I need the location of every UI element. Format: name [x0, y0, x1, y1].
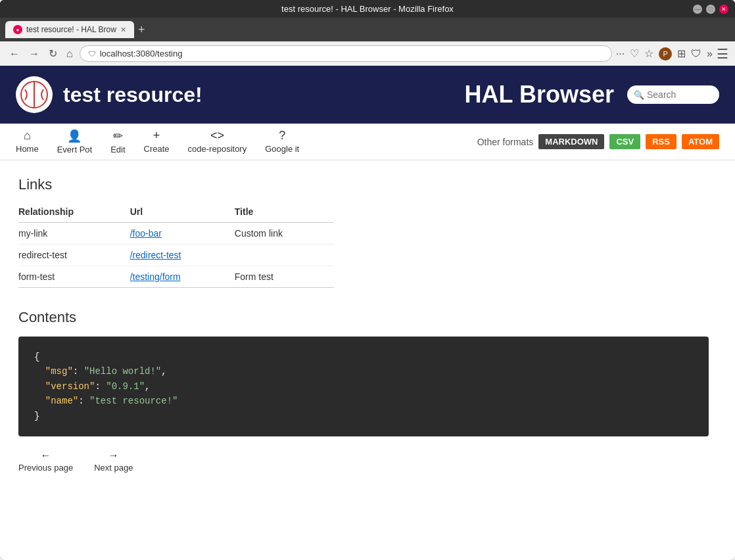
rss-button[interactable]: RSS: [646, 134, 676, 149]
json-key-msg: "msg": [45, 366, 73, 377]
browser-window: test resource! - HAL Browser - Mozilla F…: [0, 0, 735, 560]
options-dots-icon[interactable]: ···: [616, 48, 625, 60]
toolbar-edit[interactable]: ✏ Edit: [110, 129, 125, 154]
address-bar: ← → ↻ ⌂ 🛡 localhost:3080/testing ··· ♡ ☆…: [0, 41, 735, 66]
toolbar-create[interactable]: + Create: [144, 129, 170, 154]
title-cell: Custom link: [235, 223, 334, 245]
json-val-name: "test resource!": [89, 396, 178, 406]
menu-button[interactable]: ☰: [717, 46, 728, 62]
tab-close-button[interactable]: ✕: [120, 26, 126, 34]
toolbar-create-label: Create: [144, 144, 170, 154]
help-icon: ?: [279, 129, 285, 143]
star-icon[interactable]: ☆: [644, 47, 653, 60]
url-cell: /redirect-test: [130, 245, 235, 266]
relationship-cell: form-test: [18, 266, 130, 288]
csv-button[interactable]: CSV: [609, 134, 640, 149]
pagination: ← Previous page → Next page: [18, 450, 717, 473]
security-icon[interactable]: 🛡: [691, 48, 701, 60]
links-table: Relationship Url Title my-link /foo-bar …: [18, 204, 334, 288]
hal-logo: test resource!: [16, 76, 202, 113]
tab-favicon: ●: [13, 25, 22, 34]
close-button[interactable]: ✕: [719, 5, 728, 14]
table-header-row: Relationship Url Title: [18, 204, 334, 223]
browser-tab[interactable]: ● test resource! - HAL Brow ✕: [5, 21, 134, 38]
page-content: test resource! HAL Browser 🔍 ⌂ Home 👤 Ev: [0, 66, 735, 560]
shield-icon: 🛡: [88, 49, 96, 58]
user-icon: 👤: [67, 129, 82, 143]
toolbar-evert-pot[interactable]: 👤 Evert Pot: [57, 129, 92, 154]
toolbar-home-label: Home: [16, 144, 39, 154]
previous-page-nav[interactable]: ← Previous page: [18, 450, 73, 473]
url-link[interactable]: /foo-bar: [130, 228, 162, 239]
url-cell: /testing/form: [130, 266, 235, 288]
json-key-name: "name": [45, 396, 78, 406]
json-brace-close: }: [34, 411, 39, 421]
home-icon: ⌂: [24, 129, 31, 143]
maximize-button[interactable]: □: [706, 5, 715, 14]
toolbar-code-repository[interactable]: <> code-repository: [188, 129, 247, 154]
main-content: Links Relationship Url Title my-link /fo…: [0, 160, 735, 560]
new-tab-button[interactable]: +: [138, 23, 145, 37]
col-relationship: Relationship: [18, 204, 130, 223]
json-comma-1: ,: [161, 366, 166, 377]
url-cell: /foo-bar: [130, 223, 235, 245]
links-section: Links Relationship Url Title my-link /fo…: [18, 176, 717, 288]
toolbar-edit-label: Edit: [110, 145, 125, 154]
next-arrow: →: [108, 450, 119, 461]
json-colon-3: :: [78, 396, 89, 406]
reload-button[interactable]: ↻: [46, 46, 60, 61]
toolbar-actions: ⌂ Home 👤 Evert Pot ✏ Edit + Create <>: [16, 129, 477, 154]
json-key-version: "version": [45, 381, 95, 392]
bookmark-icon[interactable]: ♡: [630, 47, 639, 60]
relationship-cell: my-link: [18, 223, 130, 245]
window-controls: — □ ✕: [693, 5, 728, 14]
url-link[interactable]: /redirect-test: [130, 250, 181, 260]
forward-button[interactable]: →: [26, 47, 42, 61]
edit-icon: ✏: [113, 129, 123, 143]
baseball-svg: [20, 80, 49, 109]
tab-label: test resource! - HAL Brow: [26, 25, 116, 34]
links-title: Links: [18, 176, 717, 193]
url-text: localhost:3080/testing: [100, 49, 604, 58]
other-formats-label: Other formats: [477, 137, 534, 147]
address-icons: ··· ♡ ☆ P ⊞ 🛡 »: [616, 47, 713, 60]
next-label: Next page: [94, 463, 133, 473]
relationship-cell: redirect-test: [18, 245, 130, 266]
previous-arrow: ←: [41, 450, 51, 461]
tab-bar: ● test resource! - HAL Brow ✕ +: [0, 18, 735, 41]
extensions-icon[interactable]: ⊞: [677, 47, 686, 60]
toolbar-evert-label: Evert Pot: [57, 145, 92, 154]
url-bar[interactable]: 🛡 localhost:3080/testing: [80, 45, 612, 62]
json-colon-1: :: [73, 366, 84, 377]
search-container: 🔍: [627, 85, 719, 104]
toolbar-google[interactable]: ? Google it: [265, 129, 299, 154]
json-val-version: "0.9.1": [106, 381, 145, 392]
other-formats: Other formats MARKDOWN CSV RSS ATOM: [477, 134, 719, 149]
more-icon[interactable]: »: [707, 48, 713, 60]
toolbar-home[interactable]: ⌂ Home: [16, 129, 39, 154]
previous-label: Previous page: [18, 463, 73, 473]
back-button[interactable]: ←: [7, 47, 22, 61]
markdown-button[interactable]: MARKDOWN: [538, 134, 604, 149]
next-page-nav[interactable]: → Next page: [94, 450, 133, 473]
title-cell: [235, 245, 334, 266]
home-button[interactable]: ⌂: [64, 47, 76, 61]
profile-icon[interactable]: P: [659, 47, 672, 60]
toolbar-code-label: code-repository: [188, 144, 247, 154]
plus-icon: +: [153, 129, 160, 143]
toolbar: ⌂ Home 👤 Evert Pot ✏ Edit + Create <>: [0, 124, 735, 160]
json-line-4: "name": "test resource!": [34, 394, 693, 408]
page-title: test resource!: [63, 83, 202, 107]
app-name-label: HAL Browser: [465, 81, 614, 108]
json-colon-2: :: [95, 381, 106, 392]
title-cell: Form test: [235, 266, 334, 288]
json-line-1: {: [34, 350, 693, 364]
json-brace-open: {: [34, 352, 39, 362]
window-title: test resource! - HAL Browser - Mozilla F…: [281, 4, 454, 14]
json-line-2: "msg": "Hello world!",: [34, 364, 693, 379]
toolbar-google-label: Google it: [265, 144, 299, 154]
col-title: Title: [235, 204, 334, 223]
minimize-button[interactable]: —: [693, 5, 702, 14]
url-link[interactable]: /testing/form: [130, 271, 181, 282]
atom-button[interactable]: ATOM: [682, 134, 719, 149]
